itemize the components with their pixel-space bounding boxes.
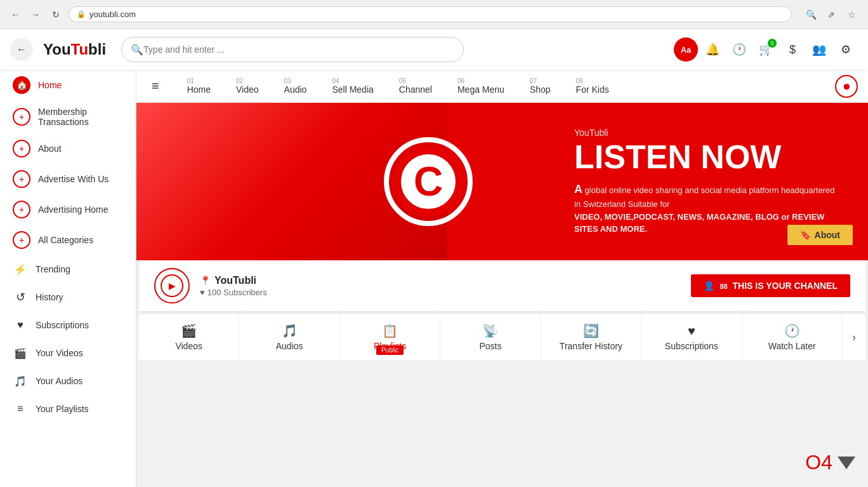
playlists-tab-badge: Public bbox=[376, 345, 404, 355]
hero-desc-rest: global online video sharing and social m… bbox=[574, 185, 834, 209]
logo-tu: Tu bbox=[71, 41, 89, 58]
search-bar[interactable]: 🔍 bbox=[121, 37, 464, 62]
tab-audios[interactable]: 🎵 Audios bbox=[239, 314, 339, 360]
sidebar-advertise-label: Advertise With Us bbox=[38, 174, 109, 184]
advertise-icon: + bbox=[13, 170, 30, 188]
sidebar-item-home[interactable]: 🏠 Home bbox=[0, 70, 136, 100]
sidebar-your-audios-label: Your Audios bbox=[36, 376, 82, 386]
this-is-your-channel-label: 88 THIS IS YOUR CHANNEL bbox=[720, 281, 838, 291]
logo-container: YouTubli bbox=[43, 41, 106, 58]
browser-bookmark-button[interactable]: ☆ bbox=[843, 6, 860, 23]
browser-share-button[interactable]: ⇗ bbox=[822, 6, 840, 23]
tab-playlists[interactable]: 📋 Playlists Public bbox=[340, 314, 440, 360]
nav-icons: Aa 🔔 🕐 🛒 0 $ 👥 ⚙ bbox=[674, 37, 858, 62]
sidebar-item-subscriptions[interactable]: ♥ Subscriptions bbox=[0, 311, 136, 339]
browser-back-button[interactable]: ← bbox=[8, 7, 23, 22]
nav-item-audio[interactable]: 03 Audio bbox=[272, 75, 320, 97]
browser-search-button[interactable]: 🔍 bbox=[802, 6, 820, 23]
heart-icon: ♥ bbox=[200, 288, 205, 297]
sidebar-item-your-playlists[interactable]: ≡ Your Playlists bbox=[0, 395, 136, 423]
main-content: ≡ 01 Home 02 Video 03 Audio 04 bbox=[136, 70, 868, 487]
tab-posts[interactable]: 📡 Posts bbox=[440, 314, 541, 360]
nav-num-mega: 06 bbox=[457, 77, 464, 84]
sidebar-toggle-button[interactable]: ← bbox=[10, 38, 33, 61]
browser-chrome: ← → ↻ 🔒 youtubli.com 🔍 ⇗ ☆ bbox=[0, 0, 868, 29]
sidebar-item-all-categories[interactable]: + All Categories bbox=[0, 225, 136, 255]
hero-title: LISTEN NOW bbox=[574, 140, 841, 173]
nav-label-mega: Mega Menu bbox=[457, 84, 504, 95]
counter-number: O4 bbox=[805, 451, 832, 474]
channel-name: YouTubli bbox=[214, 275, 256, 286]
cart-badge: 0 bbox=[768, 39, 777, 48]
browser-url: youtubli.com bbox=[89, 10, 136, 19]
this-is-your-channel-text: THIS IS YOUR CHANNEL bbox=[733, 281, 838, 291]
tabs-scroll-right-button[interactable]: › bbox=[843, 314, 865, 360]
nav-num-kids: 08 bbox=[576, 77, 583, 84]
nav-label-audio: Audio bbox=[284, 84, 307, 95]
history-icon-button[interactable]: 🕐 bbox=[727, 37, 751, 62]
dollar-icon-button[interactable]: $ bbox=[780, 37, 805, 62]
sidebar-item-membership[interactable]: + MembershipTransactions bbox=[0, 100, 136, 133]
people-icon-button[interactable]: 👥 bbox=[807, 37, 831, 62]
bottom-counter: O4 bbox=[805, 451, 855, 474]
nav-item-channel[interactable]: 05 Channel bbox=[386, 75, 445, 97]
browser-forward-button[interactable]: → bbox=[28, 7, 43, 22]
sidebar-item-history[interactable]: ↺ History bbox=[0, 283, 136, 311]
posts-tab-label: Posts bbox=[479, 341, 501, 351]
nav-item-mega-menu[interactable]: 06 Mega Menu bbox=[445, 75, 517, 97]
tabs-container: 🎬 Videos 🎵 Audios 📋 Playlists Public 📡 bbox=[139, 314, 865, 360]
counter-arrow-icon bbox=[838, 457, 855, 469]
sidebar-item-your-audios[interactable]: 🎵 Your Audios bbox=[0, 367, 136, 395]
nav-item-home[interactable]: 01 Home bbox=[174, 75, 223, 97]
hero-brand-label: YouTubli bbox=[574, 128, 841, 138]
sidebar-your-videos-label: Your Videos bbox=[36, 348, 83, 358]
sidebar-trending-label: Trending bbox=[36, 264, 70, 274]
nav-num-channel: 05 bbox=[399, 77, 406, 84]
bell-icon-button[interactable]: 🔔 bbox=[700, 37, 725, 62]
nav-item-for-kids[interactable]: 08 For Kids bbox=[563, 75, 622, 97]
hero-c-letter: C bbox=[414, 161, 443, 202]
content-area: 🏠 Home + MembershipTransactions + About … bbox=[0, 70, 868, 487]
settings-icon-button[interactable]: ⚙ bbox=[834, 37, 858, 62]
sidebar-item-advertise[interactable]: + Advertise With Us bbox=[0, 164, 136, 194]
playlists-tab-icon: 📋 bbox=[382, 323, 398, 338]
sidebar-advertising-home-label: Advertising Home bbox=[38, 204, 109, 215]
person-plus-icon: 👤 bbox=[704, 281, 714, 291]
channel-details: 📍 YouTubli ♥ 100 Subscribers bbox=[200, 275, 681, 297]
clock-icon: 🕐 bbox=[732, 43, 746, 57]
user-avatar-button[interactable]: Aa bbox=[674, 37, 698, 62]
tab-transfer-history[interactable]: 🔄 Transfer History bbox=[541, 314, 641, 360]
nav-item-shop[interactable]: 07 Shop bbox=[517, 75, 563, 97]
browser-address-bar[interactable]: 🔒 youtubli.com bbox=[69, 6, 792, 22]
sidebar-subscriptions-label: Subscriptions bbox=[36, 320, 89, 330]
subscriptions-tab-icon: ♥ bbox=[688, 324, 695, 338]
nav-item-sell-media[interactable]: 04 Sell Media bbox=[319, 75, 386, 97]
this-is-your-channel-button[interactable]: 👤 88 THIS IS YOUR CHANNEL bbox=[691, 274, 850, 297]
nav-label-sell: Sell Media bbox=[332, 84, 373, 95]
sidebar-item-your-videos[interactable]: 🎬 Your Videos bbox=[0, 339, 136, 367]
sidebar-item-about[interactable]: + About bbox=[0, 133, 136, 164]
record-button[interactable]: ⏺ bbox=[835, 75, 858, 98]
nav-num-home: 01 bbox=[187, 77, 194, 84]
browser-actions: 🔍 ⇗ ☆ bbox=[802, 6, 860, 23]
hero-about-label: About bbox=[815, 230, 840, 240]
tab-watch-later[interactable]: 🕐 Watch Later bbox=[742, 314, 843, 360]
hamburger-button[interactable]: ≡ bbox=[147, 74, 164, 98]
tab-subscriptions[interactable]: ♥ Subscriptions bbox=[641, 314, 742, 360]
cart-icon-button[interactable]: 🛒 0 bbox=[754, 37, 778, 62]
nav-label-shop: Shop bbox=[530, 84, 551, 95]
tab-videos[interactable]: 🎬 Videos bbox=[139, 314, 239, 360]
channel-avatar-button[interactable]: ▶ bbox=[154, 268, 190, 304]
search-input[interactable] bbox=[143, 44, 454, 55]
hero-right-panel: YouTubli LISTEN NOW A global online vide… bbox=[447, 103, 868, 260]
search-icon[interactable]: 🔍 bbox=[131, 44, 143, 56]
sidebar-item-advertising-home[interactable]: + Advertising Home bbox=[0, 194, 136, 225]
nav-item-video[interactable]: 02 Video bbox=[223, 75, 272, 97]
sidebar-item-trending[interactable]: ⚡ Trending bbox=[0, 255, 136, 283]
logo-text: YouTubli bbox=[43, 41, 106, 58]
hero-about-button[interactable]: 🔖 About bbox=[787, 225, 853, 245]
browser-refresh-button[interactable]: ↻ bbox=[48, 7, 63, 22]
nav-menu-items: 01 Home 02 Video 03 Audio 04 Sell Media bbox=[174, 75, 835, 97]
your-videos-icon: 🎬 bbox=[13, 345, 28, 361]
watch-later-tab-icon: 🕐 bbox=[784, 323, 800, 338]
